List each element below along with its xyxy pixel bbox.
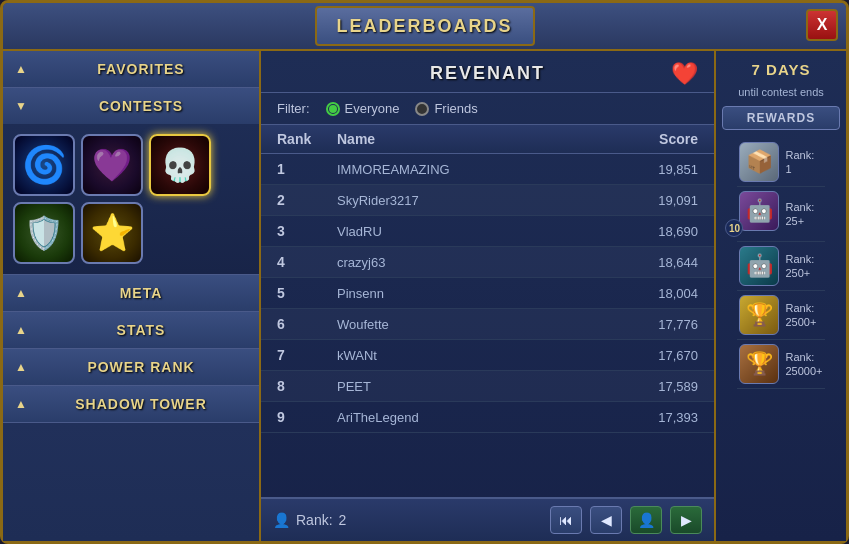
contest-ends: until contest ends <box>738 86 824 98</box>
contest-icon-badge[interactable] <box>13 202 75 264</box>
chevron-up-icon-meta: ▲ <box>15 286 27 300</box>
sidebar-section-shadow-tower: ▲ SHADOW TOWER <box>3 386 259 423</box>
chevron-up-icon-power: ▲ <box>15 360 27 374</box>
cell-score: 17,776 <box>598 317 698 332</box>
cell-name: Pinsenn <box>337 286 598 301</box>
cell-name: VladRU <box>337 224 598 239</box>
sidebar-item-power-rank[interactable]: ▲ POWER RANK <box>3 349 259 385</box>
contest-icon-vortex[interactable] <box>13 134 75 196</box>
rewards-panel: 7 DAYS until contest ends REWARDS 📦 Rank… <box>716 51 846 541</box>
cell-name: kWANt <box>337 348 598 363</box>
cell-score: 19,851 <box>598 162 698 177</box>
table-row[interactable]: 6 Woufette 17,776 <box>261 309 714 340</box>
cell-name: AriTheLegend <box>337 410 598 425</box>
contests-content <box>3 124 259 274</box>
sidebar-item-stats[interactable]: ▲ STATS <box>3 312 259 348</box>
chevron-down-icon: ▼ <box>15 99 27 113</box>
reward-rank-label: Rank:2500+ <box>785 301 816 330</box>
person-icon: 👤 <box>273 512 290 528</box>
cell-rank: 6 <box>277 316 337 332</box>
chevron-up-icon: ▲ <box>15 62 27 76</box>
sidebar-item-shadow-tower[interactable]: ▲ SHADOW TOWER <box>3 386 259 422</box>
leaderboard-title: REVENANT <box>430 63 545 84</box>
sidebar-item-favorites[interactable]: ▲ FAVORITES <box>3 51 259 87</box>
sidebar-section-power-rank: ▲ POWER RANK <box>3 349 259 386</box>
cell-rank: 8 <box>277 378 337 394</box>
cell-rank: 7 <box>277 347 337 363</box>
table-header: Rank Name Score <box>261 125 714 154</box>
sidebar-favorites-label: FAVORITES <box>35 61 247 77</box>
filter-bar: Filter: Everyone Friends <box>261 93 714 125</box>
sidebar-section-meta: ▲ META <box>3 275 259 312</box>
cell-score: 18,644 <box>598 255 698 270</box>
radio-friends[interactable] <box>415 102 429 116</box>
radio-everyone[interactable] <box>326 102 340 116</box>
reward-item: 🏆 Rank:2500+ <box>737 291 824 340</box>
chevron-up-icon-shadow: ▲ <box>15 397 27 411</box>
cell-name: crazyj63 <box>337 255 598 270</box>
table-row[interactable]: 1 IMMOREAMAZING 19,851 <box>261 154 714 185</box>
table-body: 1 IMMOREAMAZING 19,851 2 SkyRider3217 19… <box>261 154 714 433</box>
table-row[interactable]: 2 SkyRider3217 19,091 <box>261 185 714 216</box>
rank-info: 👤 Rank: 2 <box>273 512 542 528</box>
heart-icon[interactable]: ❤️ <box>671 61 698 87</box>
nav-prev-button[interactable]: ◀ <box>590 506 622 534</box>
cell-name: SkyRider3217 <box>337 193 598 208</box>
reward-icon: 🏆 <box>739 295 779 335</box>
sidebar-section-favorites: ▲ FAVORITES <box>3 51 259 88</box>
reward-rank-label: Rank:250+ <box>785 252 814 281</box>
filter-everyone[interactable]: Everyone <box>326 101 400 116</box>
sidebar-item-meta[interactable]: ▲ META <box>3 275 259 311</box>
cell-rank: 2 <box>277 192 337 208</box>
leaderboard-panel: REVENANT ❤️ Filter: Everyone Friends Ran… <box>261 51 716 541</box>
sidebar-section-stats: ▲ STATS <box>3 312 259 349</box>
cell-rank: 5 <box>277 285 337 301</box>
cell-rank: 9 <box>277 409 337 425</box>
leaderboard-table: Rank Name Score 1 IMMOREAMAZING 19,851 2… <box>261 125 714 497</box>
nav-next-button[interactable]: ▶ <box>670 506 702 534</box>
table-row[interactable]: 8 PEET 17,589 <box>261 371 714 402</box>
main-content: ▲ FAVORITES ▼ CONTESTS <box>3 51 846 541</box>
cell-rank: 1 <box>277 161 337 177</box>
table-row[interactable]: 7 kWANt 17,670 <box>261 340 714 371</box>
reward-rank-label: Rank:1 <box>785 148 814 177</box>
reward-item: 🤖 Rank:250+ <box>737 242 824 291</box>
nav-person-button[interactable]: 👤 <box>630 506 662 534</box>
sidebar-shadow-tower-label: SHADOW TOWER <box>35 396 247 412</box>
rewards-list: 📦 Rank:1 🤖 10 Rank:25+ 🤖 Rank:250+ 🏆 Ran… <box>737 138 824 389</box>
days-title: 7 DAYS <box>752 61 811 78</box>
contest-icons-grid <box>13 134 249 264</box>
sidebar-meta-label: META <box>35 285 247 301</box>
sidebar-item-contests[interactable]: ▼ CONTESTS <box>3 88 259 124</box>
close-button[interactable]: X <box>806 9 838 41</box>
filter-label: Filter: <box>277 101 310 116</box>
cell-name: Woufette <box>337 317 598 332</box>
sidebar-section-contests: ▼ CONTESTS <box>3 88 259 275</box>
cell-rank: 4 <box>277 254 337 270</box>
filter-friends-label: Friends <box>434 101 477 116</box>
reward-item: 🏆 Rank:25000+ <box>737 340 824 389</box>
cell-score: 18,004 <box>598 286 698 301</box>
title-bar: LEADERBOARDS X <box>3 3 846 51</box>
table-row[interactable]: 5 Pinsenn 18,004 <box>261 278 714 309</box>
table-row[interactable]: 4 crazyj63 18,644 <box>261 247 714 278</box>
nav-first-button[interactable]: ⏮ <box>550 506 582 534</box>
contest-icon-revenant[interactable] <box>149 134 211 196</box>
bottom-bar: 👤 Rank: 2 ⏮ ◀ 👤 ▶ <box>261 497 714 541</box>
filter-friends[interactable]: Friends <box>415 101 477 116</box>
reward-badge: 10 <box>725 219 743 237</box>
sidebar-contests-label: CONTESTS <box>35 98 247 114</box>
title-bar-decorative: LEADERBOARDS <box>315 6 535 46</box>
reward-icon: 📦 <box>739 142 779 182</box>
contest-icon-star[interactable] <box>81 202 143 264</box>
cell-score: 17,589 <box>598 379 698 394</box>
sidebar: ▲ FAVORITES ▼ CONTESTS <box>3 51 261 541</box>
table-row[interactable]: 3 VladRU 18,690 <box>261 216 714 247</box>
rewards-header-label: REWARDS <box>722 106 840 130</box>
cell-score: 19,091 <box>598 193 698 208</box>
col-rank-header: Rank <box>277 131 337 147</box>
col-name-header: Name <box>337 131 598 147</box>
contest-icon-fire[interactable] <box>81 134 143 196</box>
window-title: LEADERBOARDS <box>336 16 512 37</box>
table-row[interactable]: 9 AriTheLegend 17,393 <box>261 402 714 433</box>
